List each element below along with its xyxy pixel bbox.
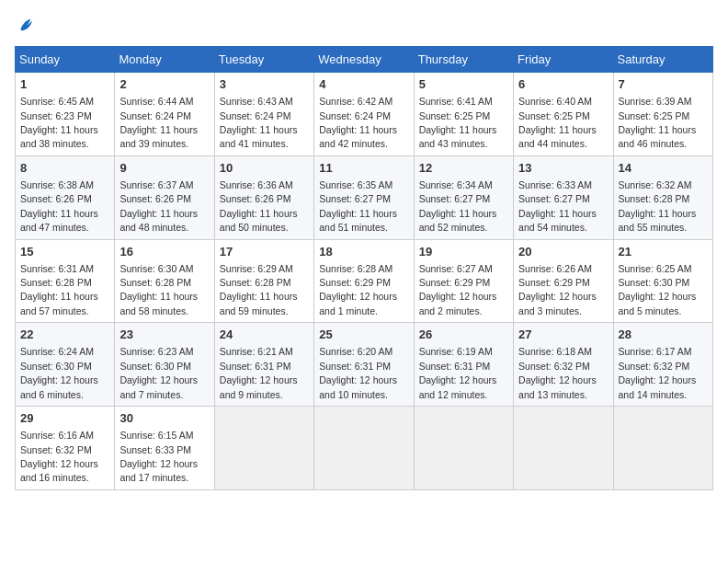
calendar-day-header: Friday [514, 47, 613, 73]
day-number: 2 [119, 76, 209, 93]
calendar-day-cell: 30 Sunrise: 6:15 AM Sunset: 6:33 PM Dayl… [115, 407, 214, 490]
calendar-day-cell: 4 Sunrise: 6:42 AM Sunset: 6:24 PM Dayli… [314, 73, 414, 156]
page-header [15, 15, 713, 37]
day-sunrise: Sunrise: 6:30 AM [119, 263, 193, 274]
day-daylight: Daylight: 12 hours and 9 minutes. [220, 374, 298, 399]
day-daylight: Daylight: 12 hours and 1 minute. [319, 291, 397, 316]
day-sunrise: Sunrise: 6:33 AM [518, 179, 592, 190]
day-number: 8 [20, 160, 109, 177]
day-number: 4 [319, 76, 408, 93]
calendar-body: 1 Sunrise: 6:45 AM Sunset: 6:23 PM Dayli… [16, 73, 713, 490]
calendar-day-cell: 27 Sunrise: 6:18 AM Sunset: 6:32 PM Dayl… [514, 323, 613, 407]
day-number: 26 [419, 327, 508, 343]
day-number: 25 [319, 327, 408, 343]
day-daylight: Daylight: 11 hours and 57 minutes. [20, 291, 98, 316]
logo-icon [15, 15, 37, 37]
day-sunrise: Sunrise: 6:20 AM [319, 346, 392, 357]
calendar-day-cell: 22 Sunrise: 6:24 AM Sunset: 6:30 PM Dayl… [16, 323, 115, 407]
day-sunset: Sunset: 6:27 PM [518, 193, 590, 204]
day-daylight: Daylight: 12 hours and 12 minutes. [419, 374, 497, 399]
day-sunrise: Sunrise: 6:23 AM [119, 346, 193, 357]
day-number: 16 [119, 244, 209, 260]
calendar-day-cell: 18 Sunrise: 6:28 AM Sunset: 6:29 PM Dayl… [314, 239, 414, 323]
day-daylight: Daylight: 11 hours and 44 minutes. [518, 124, 597, 149]
day-daylight: Daylight: 12 hours and 3 minutes. [518, 291, 597, 316]
day-number: 14 [619, 160, 708, 177]
day-number: 27 [518, 327, 608, 343]
day-sunset: Sunset: 6:32 PM [619, 361, 690, 372]
day-sunset: Sunset: 6:33 PM [119, 444, 191, 455]
day-number: 29 [20, 410, 109, 427]
calendar-table: SundayMondayTuesdayWednesdayThursdayFrid… [15, 46, 713, 490]
day-sunset: Sunset: 6:28 PM [619, 193, 690, 204]
day-daylight: Daylight: 12 hours and 5 minutes. [619, 291, 697, 316]
day-sunrise: Sunrise: 6:29 AM [220, 263, 293, 274]
day-sunrise: Sunrise: 6:15 AM [119, 430, 193, 441]
day-sunrise: Sunrise: 6:35 AM [319, 179, 392, 190]
day-sunset: Sunset: 6:29 PM [419, 277, 491, 288]
day-number: 23 [119, 327, 209, 343]
day-daylight: Daylight: 12 hours and 14 minutes. [619, 374, 697, 399]
calendar-day-cell: 13 Sunrise: 6:33 AM Sunset: 6:27 PM Dayl… [514, 155, 613, 239]
calendar-day-cell: 2 Sunrise: 6:44 AM Sunset: 6:24 PM Dayli… [115, 73, 214, 156]
day-sunset: Sunset: 6:31 PM [319, 361, 391, 372]
day-sunrise: Sunrise: 6:44 AM [119, 96, 193, 107]
day-number: 15 [20, 244, 109, 260]
day-number: 19 [419, 244, 508, 260]
day-number: 13 [518, 160, 608, 177]
calendar-day-cell: 12 Sunrise: 6:34 AM Sunset: 6:27 PM Dayl… [414, 155, 513, 239]
day-sunrise: Sunrise: 6:28 AM [319, 263, 392, 274]
day-sunset: Sunset: 6:26 PM [220, 193, 291, 204]
calendar-day-cell: 17 Sunrise: 6:29 AM Sunset: 6:28 PM Dayl… [214, 239, 313, 323]
day-daylight: Daylight: 11 hours and 54 minutes. [518, 208, 597, 233]
day-daylight: Daylight: 11 hours and 48 minutes. [119, 208, 198, 233]
day-sunrise: Sunrise: 6:25 AM [619, 263, 692, 274]
day-daylight: Daylight: 12 hours and 16 minutes. [20, 458, 98, 483]
day-daylight: Daylight: 12 hours and 2 minutes. [419, 291, 497, 316]
day-daylight: Daylight: 12 hours and 7 minutes. [119, 374, 198, 399]
logo [15, 15, 40, 37]
day-daylight: Daylight: 12 hours and 6 minutes. [20, 374, 98, 399]
day-number: 30 [119, 410, 209, 427]
day-number: 18 [319, 244, 408, 260]
day-sunset: Sunset: 6:30 PM [20, 361, 92, 372]
calendar-week-row: 15 Sunrise: 6:31 AM Sunset: 6:28 PM Dayl… [16, 239, 713, 323]
calendar-day-header: Sunday [16, 47, 115, 73]
calendar-day-header: Thursday [414, 47, 513, 73]
day-number: 11 [319, 160, 408, 177]
day-sunset: Sunset: 6:29 PM [518, 277, 590, 288]
day-sunset: Sunset: 6:31 PM [419, 361, 491, 372]
day-sunrise: Sunrise: 6:24 AM [20, 346, 94, 357]
calendar-day-header: Tuesday [214, 47, 313, 73]
calendar-day-cell: 19 Sunrise: 6:27 AM Sunset: 6:29 PM Dayl… [414, 239, 513, 323]
calendar-day-header: Saturday [613, 47, 712, 73]
calendar-day-cell: 1 Sunrise: 6:45 AM Sunset: 6:23 PM Dayli… [16, 73, 115, 156]
calendar-day-cell: 23 Sunrise: 6:23 AM Sunset: 6:30 PM Dayl… [115, 323, 214, 407]
day-sunrise: Sunrise: 6:43 AM [220, 96, 293, 107]
day-sunrise: Sunrise: 6:26 AM [518, 263, 592, 274]
day-sunrise: Sunrise: 6:39 AM [619, 96, 692, 107]
day-daylight: Daylight: 11 hours and 55 minutes. [619, 208, 697, 233]
day-sunset: Sunset: 6:24 PM [220, 110, 291, 121]
calendar-header-row: SundayMondayTuesdayWednesdayThursdayFrid… [16, 47, 713, 73]
day-sunrise: Sunrise: 6:16 AM [20, 430, 94, 441]
day-number: 1 [20, 76, 109, 93]
day-daylight: Daylight: 11 hours and 52 minutes. [419, 208, 497, 233]
calendar-week-row: 22 Sunrise: 6:24 AM Sunset: 6:30 PM Dayl… [16, 323, 713, 407]
day-sunset: Sunset: 6:28 PM [20, 277, 92, 288]
day-sunrise: Sunrise: 6:42 AM [319, 96, 392, 107]
day-number: 24 [220, 327, 309, 343]
day-sunset: Sunset: 6:24 PM [119, 110, 191, 121]
day-sunrise: Sunrise: 6:38 AM [20, 179, 94, 190]
day-sunrise: Sunrise: 6:18 AM [518, 346, 592, 357]
calendar-day-cell [514, 407, 613, 490]
day-daylight: Daylight: 11 hours and 58 minutes. [119, 291, 198, 316]
day-sunset: Sunset: 6:23 PM [20, 110, 92, 121]
day-daylight: Daylight: 12 hours and 13 minutes. [518, 374, 597, 399]
calendar-day-cell [414, 407, 513, 490]
day-sunset: Sunset: 6:25 PM [619, 110, 690, 121]
day-daylight: Daylight: 11 hours and 47 minutes. [20, 208, 98, 233]
day-number: 5 [419, 76, 508, 93]
day-sunset: Sunset: 6:26 PM [20, 193, 92, 204]
day-sunset: Sunset: 6:29 PM [319, 277, 391, 288]
